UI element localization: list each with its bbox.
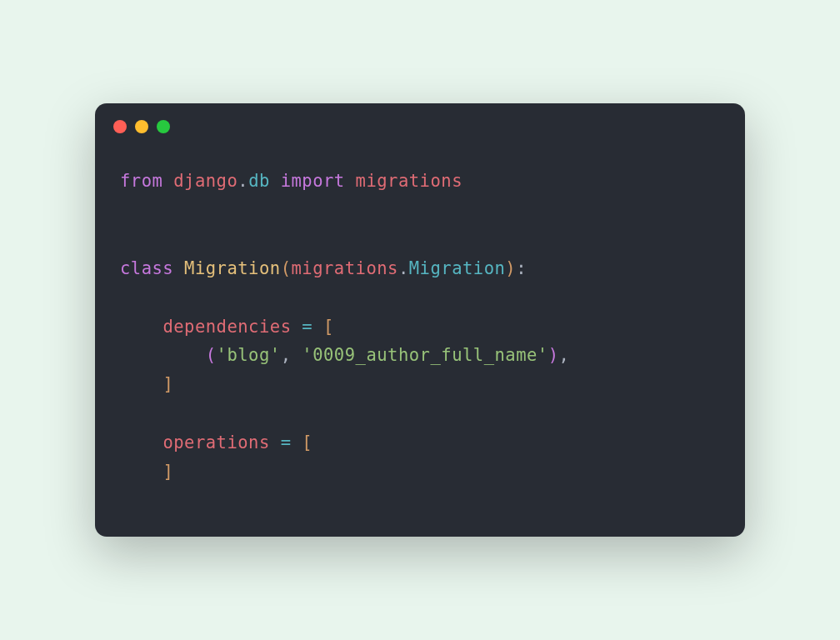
keyword-import: import: [281, 171, 345, 191]
paren-close: ): [548, 345, 559, 365]
code-line-blank: [120, 399, 720, 428]
code-line-blank: [120, 283, 720, 312]
bracket-close: ]: [162, 374, 173, 394]
module-db: db: [248, 171, 270, 191]
comma: ,: [281, 345, 302, 365]
bracket-open: [: [323, 317, 334, 337]
close-icon[interactable]: [113, 120, 127, 133]
paren-open: (: [206, 345, 217, 365]
code-line: class Migration(migrations.Migration):: [120, 254, 720, 283]
code-line: ]: [120, 370, 720, 399]
indent: [120, 432, 162, 452]
indent: [120, 317, 162, 337]
window-titlebar: [95, 103, 745, 133]
base-class: Migration: [409, 258, 506, 278]
code-window: from django.db import migrations class M…: [95, 103, 745, 536]
keyword-from: from: [120, 171, 162, 191]
base-module: migrations: [292, 258, 398, 278]
class-name: Migration: [184, 258, 281, 278]
module-django: django: [173, 171, 238, 191]
code-line: from django.db import migrations: [120, 167, 720, 196]
code-line-blank: [120, 196, 720, 225]
maximize-icon[interactable]: [157, 120, 170, 133]
dot: .: [238, 171, 248, 191]
minimize-icon[interactable]: [135, 120, 148, 133]
comma: ,: [559, 345, 570, 365]
paren-open: (: [281, 258, 292, 278]
code-line: operations = [: [120, 428, 720, 458]
string-blog: 'blog': [217, 345, 281, 365]
code-line: ('blog', '0009_author_full_name'),: [120, 341, 720, 370]
keyword-class: class: [120, 258, 173, 278]
equals: =: [291, 317, 323, 337]
string-migration-name: '0009_author_full_name': [302, 345, 548, 365]
equals: =: [270, 432, 302, 452]
attr-operations: operations: [162, 432, 269, 452]
indent: [120, 345, 206, 365]
code-line: ]: [120, 458, 720, 487]
bracket-close: ]: [162, 462, 173, 482]
code-line: dependencies = [: [120, 312, 720, 342]
code-content: from django.db import migrations class M…: [95, 133, 745, 536]
code-line-blank: [120, 225, 720, 254]
bracket-open: [: [302, 432, 312, 452]
paren-close: ): [505, 258, 516, 278]
attr-dependencies: dependencies: [162, 317, 291, 337]
indent: [120, 374, 162, 394]
dot: .: [398, 258, 409, 278]
module-migrations: migrations: [356, 171, 462, 191]
colon: :: [516, 258, 527, 278]
indent: [120, 462, 162, 482]
